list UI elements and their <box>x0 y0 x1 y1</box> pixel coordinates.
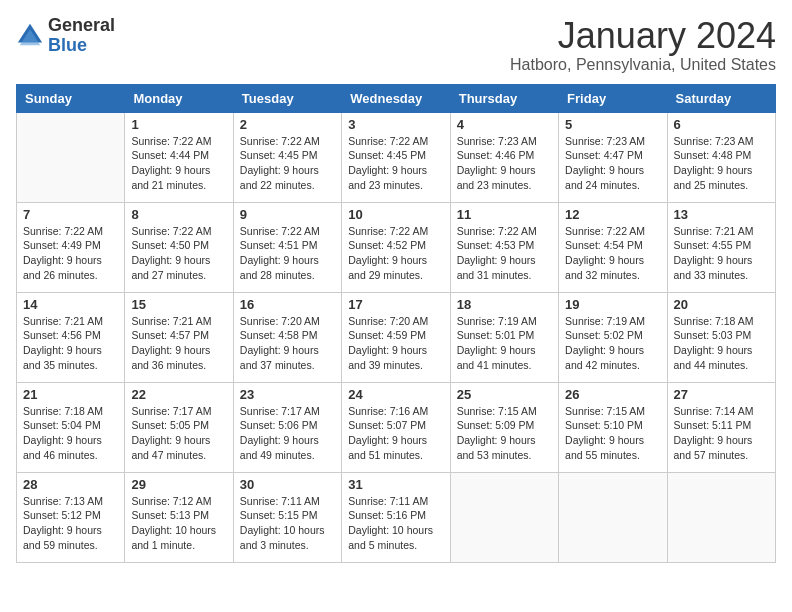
day-info: Sunrise: 7:16 AMSunset: 5:07 PMDaylight:… <box>348 404 443 463</box>
month-title: January 2024 <box>510 16 776 56</box>
day-info: Sunrise: 7:22 AMSunset: 4:54 PMDaylight:… <box>565 224 660 283</box>
calendar-cell: 17Sunrise: 7:20 AMSunset: 4:59 PMDayligh… <box>342 292 450 382</box>
calendar-cell: 9Sunrise: 7:22 AMSunset: 4:51 PMDaylight… <box>233 202 341 292</box>
day-number: 6 <box>674 117 769 132</box>
day-info: Sunrise: 7:15 AMSunset: 5:10 PMDaylight:… <box>565 404 660 463</box>
day-number: 19 <box>565 297 660 312</box>
day-info: Sunrise: 7:12 AMSunset: 5:13 PMDaylight:… <box>131 494 226 553</box>
calendar-cell <box>667 472 775 562</box>
calendar-cell: 10Sunrise: 7:22 AMSunset: 4:52 PMDayligh… <box>342 202 450 292</box>
day-info: Sunrise: 7:23 AMSunset: 4:47 PMDaylight:… <box>565 134 660 193</box>
header-tuesday: Tuesday <box>233 84 341 112</box>
header-monday: Monday <box>125 84 233 112</box>
calendar-cell: 16Sunrise: 7:20 AMSunset: 4:58 PMDayligh… <box>233 292 341 382</box>
calendar-week-2: 7Sunrise: 7:22 AMSunset: 4:49 PMDaylight… <box>17 202 776 292</box>
calendar-cell: 6Sunrise: 7:23 AMSunset: 4:48 PMDaylight… <box>667 112 775 202</box>
header-sunday: Sunday <box>17 84 125 112</box>
calendar-cell <box>450 472 558 562</box>
calendar-cell: 21Sunrise: 7:18 AMSunset: 5:04 PMDayligh… <box>17 382 125 472</box>
calendar-week-3: 14Sunrise: 7:21 AMSunset: 4:56 PMDayligh… <box>17 292 776 382</box>
header-saturday: Saturday <box>667 84 775 112</box>
day-number: 27 <box>674 387 769 402</box>
day-info: Sunrise: 7:22 AMSunset: 4:44 PMDaylight:… <box>131 134 226 193</box>
day-info: Sunrise: 7:19 AMSunset: 5:02 PMDaylight:… <box>565 314 660 373</box>
day-info: Sunrise: 7:14 AMSunset: 5:11 PMDaylight:… <box>674 404 769 463</box>
day-number: 20 <box>674 297 769 312</box>
calendar-cell: 24Sunrise: 7:16 AMSunset: 5:07 PMDayligh… <box>342 382 450 472</box>
header-wednesday: Wednesday <box>342 84 450 112</box>
calendar-cell: 4Sunrise: 7:23 AMSunset: 4:46 PMDaylight… <box>450 112 558 202</box>
day-info: Sunrise: 7:22 AMSunset: 4:51 PMDaylight:… <box>240 224 335 283</box>
header-friday: Friday <box>559 84 667 112</box>
day-number: 1 <box>131 117 226 132</box>
day-info: Sunrise: 7:13 AMSunset: 5:12 PMDaylight:… <box>23 494 118 553</box>
day-info: Sunrise: 7:18 AMSunset: 5:04 PMDaylight:… <box>23 404 118 463</box>
day-info: Sunrise: 7:23 AMSunset: 4:48 PMDaylight:… <box>674 134 769 193</box>
calendar-cell: 5Sunrise: 7:23 AMSunset: 4:47 PMDaylight… <box>559 112 667 202</box>
day-number: 16 <box>240 297 335 312</box>
day-info: Sunrise: 7:22 AMSunset: 4:45 PMDaylight:… <box>348 134 443 193</box>
calendar-cell <box>17 112 125 202</box>
calendar-cell: 8Sunrise: 7:22 AMSunset: 4:50 PMDaylight… <box>125 202 233 292</box>
day-number: 7 <box>23 207 118 222</box>
day-number: 13 <box>674 207 769 222</box>
calendar-cell: 22Sunrise: 7:17 AMSunset: 5:05 PMDayligh… <box>125 382 233 472</box>
calendar-week-1: 1Sunrise: 7:22 AMSunset: 4:44 PMDaylight… <box>17 112 776 202</box>
calendar-cell: 20Sunrise: 7:18 AMSunset: 5:03 PMDayligh… <box>667 292 775 382</box>
calendar-cell: 29Sunrise: 7:12 AMSunset: 5:13 PMDayligh… <box>125 472 233 562</box>
calendar-cell: 3Sunrise: 7:22 AMSunset: 4:45 PMDaylight… <box>342 112 450 202</box>
day-number: 25 <box>457 387 552 402</box>
day-info: Sunrise: 7:22 AMSunset: 4:52 PMDaylight:… <box>348 224 443 283</box>
day-number: 2 <box>240 117 335 132</box>
day-number: 8 <box>131 207 226 222</box>
calendar-cell: 23Sunrise: 7:17 AMSunset: 5:06 PMDayligh… <box>233 382 341 472</box>
logo-blue: Blue <box>48 35 87 55</box>
title-section: January 2024 Hatboro, Pennsylvania, Unit… <box>510 16 776 74</box>
logo: General Blue <box>16 16 115 56</box>
day-info: Sunrise: 7:22 AMSunset: 4:49 PMDaylight:… <box>23 224 118 283</box>
calendar-cell: 19Sunrise: 7:19 AMSunset: 5:02 PMDayligh… <box>559 292 667 382</box>
calendar-cell: 18Sunrise: 7:19 AMSunset: 5:01 PMDayligh… <box>450 292 558 382</box>
day-info: Sunrise: 7:11 AMSunset: 5:15 PMDaylight:… <box>240 494 335 553</box>
day-info: Sunrise: 7:17 AMSunset: 5:05 PMDaylight:… <box>131 404 226 463</box>
day-number: 18 <box>457 297 552 312</box>
calendar-week-5: 28Sunrise: 7:13 AMSunset: 5:12 PMDayligh… <box>17 472 776 562</box>
calendar-cell: 26Sunrise: 7:15 AMSunset: 5:10 PMDayligh… <box>559 382 667 472</box>
calendar-cell: 11Sunrise: 7:22 AMSunset: 4:53 PMDayligh… <box>450 202 558 292</box>
day-number: 3 <box>348 117 443 132</box>
day-info: Sunrise: 7:22 AMSunset: 4:50 PMDaylight:… <box>131 224 226 283</box>
calendar-header-row: SundayMondayTuesdayWednesdayThursdayFrid… <box>17 84 776 112</box>
day-number: 9 <box>240 207 335 222</box>
day-info: Sunrise: 7:21 AMSunset: 4:56 PMDaylight:… <box>23 314 118 373</box>
header-thursday: Thursday <box>450 84 558 112</box>
logo-icon <box>16 22 44 50</box>
day-number: 30 <box>240 477 335 492</box>
day-info: Sunrise: 7:22 AMSunset: 4:53 PMDaylight:… <box>457 224 552 283</box>
day-number: 11 <box>457 207 552 222</box>
day-number: 12 <box>565 207 660 222</box>
day-number: 5 <box>565 117 660 132</box>
day-info: Sunrise: 7:21 AMSunset: 4:55 PMDaylight:… <box>674 224 769 283</box>
calendar-cell: 15Sunrise: 7:21 AMSunset: 4:57 PMDayligh… <box>125 292 233 382</box>
page-header: General Blue January 2024 Hatboro, Penns… <box>16 16 776 74</box>
calendar-cell: 2Sunrise: 7:22 AMSunset: 4:45 PMDaylight… <box>233 112 341 202</box>
day-number: 31 <box>348 477 443 492</box>
logo-general: General <box>48 15 115 35</box>
calendar-cell: 30Sunrise: 7:11 AMSunset: 5:15 PMDayligh… <box>233 472 341 562</box>
day-info: Sunrise: 7:22 AMSunset: 4:45 PMDaylight:… <box>240 134 335 193</box>
day-number: 26 <box>565 387 660 402</box>
day-info: Sunrise: 7:17 AMSunset: 5:06 PMDaylight:… <box>240 404 335 463</box>
day-info: Sunrise: 7:19 AMSunset: 5:01 PMDaylight:… <box>457 314 552 373</box>
logo-text: General Blue <box>48 16 115 56</box>
day-info: Sunrise: 7:15 AMSunset: 5:09 PMDaylight:… <box>457 404 552 463</box>
day-number: 22 <box>131 387 226 402</box>
calendar-cell: 12Sunrise: 7:22 AMSunset: 4:54 PMDayligh… <box>559 202 667 292</box>
day-info: Sunrise: 7:21 AMSunset: 4:57 PMDaylight:… <box>131 314 226 373</box>
day-info: Sunrise: 7:23 AMSunset: 4:46 PMDaylight:… <box>457 134 552 193</box>
day-number: 15 <box>131 297 226 312</box>
day-info: Sunrise: 7:20 AMSunset: 4:59 PMDaylight:… <box>348 314 443 373</box>
day-info: Sunrise: 7:11 AMSunset: 5:16 PMDaylight:… <box>348 494 443 553</box>
day-number: 24 <box>348 387 443 402</box>
calendar-cell: 14Sunrise: 7:21 AMSunset: 4:56 PMDayligh… <box>17 292 125 382</box>
day-info: Sunrise: 7:20 AMSunset: 4:58 PMDaylight:… <box>240 314 335 373</box>
